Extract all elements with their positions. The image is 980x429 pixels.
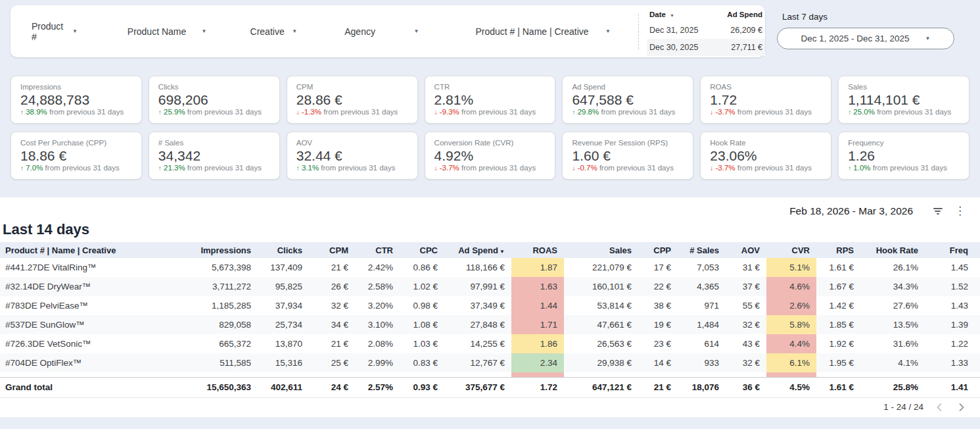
value-cell: 665,372 bbox=[166, 334, 258, 353]
value-cell: 19 € bbox=[638, 315, 678, 334]
metric-label: # Sales bbox=[158, 139, 270, 147]
scorecard: Conversion Rate (CVR) 4.92% ↓ -3.7% from… bbox=[425, 132, 556, 180]
column-header[interactable]: Ad Spend ▼ bbox=[444, 242, 511, 258]
sort-desc-icon: ▼ bbox=[498, 249, 505, 255]
column-header[interactable]: CPM bbox=[309, 242, 355, 258]
metric-value: 1,114,101 € bbox=[848, 91, 960, 108]
scorecard: Revenue Per Session (RPS) 1.60 € ↓ -0.7%… bbox=[562, 132, 693, 180]
value-cell: 32 € bbox=[726, 353, 766, 372]
value-cell: 3,711,272 bbox=[166, 277, 258, 296]
value-cell: 25,734 bbox=[258, 315, 309, 334]
metric-label: AOV bbox=[296, 139, 408, 147]
value-cell: 18,076 bbox=[678, 377, 726, 397]
product-cell: #726.3DE VetSonic™ bbox=[0, 334, 166, 353]
scorecard: CPM 28.86 € ↓ -1.3% from previous 31 day… bbox=[287, 76, 418, 124]
date-cell: Dec 31, 2025 bbox=[647, 26, 712, 35]
value-cell bbox=[309, 372, 355, 377]
value-cell bbox=[400, 372, 444, 377]
value-cell bbox=[726, 372, 766, 377]
value-cell: 22 € bbox=[638, 277, 678, 296]
metric-value: 647,588 € bbox=[572, 91, 684, 108]
value-cell: 160,101 € bbox=[564, 277, 638, 296]
delta-value: 29.8% bbox=[575, 108, 599, 116]
chevron-down-icon: ▼ bbox=[292, 28, 297, 34]
ad-spend-cell: 27,711 € bbox=[712, 43, 765, 52]
delta-value: -3.7% bbox=[438, 164, 459, 172]
value-cell: 97,991 € bbox=[444, 277, 511, 296]
value-cell bbox=[678, 372, 726, 377]
value-cell: 2.42% bbox=[355, 258, 400, 277]
value-cell bbox=[0, 372, 166, 377]
column-header[interactable]: Impressions bbox=[166, 242, 258, 258]
more-options-icon[interactable]: ⋮ bbox=[954, 207, 966, 216]
column-header[interactable]: Freq bbox=[925, 242, 980, 258]
column-header[interactable]: # Sales bbox=[678, 242, 726, 258]
metric-label: Conversion Rate (CVR) bbox=[434, 139, 546, 147]
delta-suffix: from previous 31 days bbox=[871, 164, 947, 172]
ad-spend-column-header[interactable]: Ad Spend bbox=[712, 11, 765, 18]
value-cell: 34 € bbox=[309, 315, 355, 334]
column-header[interactable]: ROAS bbox=[511, 242, 564, 258]
value-cell: 0.93 € bbox=[400, 377, 444, 397]
date-column-header[interactable]: Date ▼ bbox=[647, 11, 712, 18]
value-cell: 0.98 € bbox=[400, 296, 444, 315]
value-cell: 1.08 € bbox=[400, 315, 444, 334]
column-header[interactable]: CPC bbox=[400, 242, 444, 258]
value-cell: 21 € bbox=[309, 258, 355, 277]
value-cell: 1.44 bbox=[511, 296, 564, 315]
value-cell: 21 € bbox=[638, 377, 678, 397]
column-header[interactable]: Clicks bbox=[258, 242, 309, 258]
date-range-area: Last 7 days Dec 1, 2025 - Dec 31, 2025 ▼ bbox=[777, 12, 954, 49]
filter-dropdown-product-name[interactable]: Product Name ▼ bbox=[128, 26, 207, 37]
filter-dropdown-product-name-creative[interactable]: Product # | Name | Creative ▼ bbox=[475, 26, 611, 37]
value-cell bbox=[564, 372, 638, 377]
next-page-icon[interactable] bbox=[955, 401, 968, 414]
metric-value: 1.26 bbox=[848, 147, 960, 164]
scorecards: Impressions 24,888,783 ↑ 38.9% from prev… bbox=[11, 76, 969, 188]
value-cell: 118,166 € bbox=[444, 258, 511, 277]
value-cell: 647,121 € bbox=[564, 377, 638, 397]
value-cell bbox=[766, 372, 816, 377]
column-header[interactable]: Sales bbox=[564, 242, 638, 258]
value-cell: 1.03 € bbox=[400, 334, 444, 353]
column-header[interactable]: CVR bbox=[766, 242, 816, 258]
filter-dropdown-label: Product Name bbox=[128, 26, 186, 37]
value-cell: 1.87 bbox=[511, 258, 564, 277]
delta-value: -3.7% bbox=[713, 108, 735, 116]
value-cell: 2.99% bbox=[355, 353, 400, 372]
chevron-down-icon: ▼ bbox=[72, 28, 78, 34]
column-header[interactable]: AOV bbox=[726, 242, 766, 258]
column-header[interactable]: CTR bbox=[355, 242, 400, 258]
date-range-picker[interactable]: Dec 1, 2025 - Dec 31, 2025 ▼ bbox=[777, 28, 954, 49]
value-cell: 36 € bbox=[726, 377, 766, 397]
scorecard: ROAS 1.72 ↓ -3.7% from previous 31 days bbox=[700, 76, 831, 124]
metric-label: Revenue Per Session (RPS) bbox=[572, 139, 684, 147]
filter-dropdown-creative[interactable]: Creative ▼ bbox=[250, 26, 298, 37]
column-header[interactable]: RPS bbox=[816, 242, 860, 258]
value-cell: 1.39 bbox=[925, 315, 980, 334]
value-cell: 1.95 € bbox=[816, 353, 860, 372]
column-header[interactable]: CPP bbox=[638, 242, 678, 258]
value-cell: 1.85 € bbox=[816, 315, 860, 334]
performance-table: Product # | Name | CreativeImpressionsCl… bbox=[0, 242, 980, 398]
value-cell: 55 € bbox=[726, 296, 766, 315]
value-cell: 38 € bbox=[638, 296, 678, 315]
value-cell: 1.86 bbox=[511, 334, 564, 353]
previous-page-icon[interactable] bbox=[933, 401, 946, 414]
sort-desc-icon: ▼ bbox=[668, 13, 674, 18]
scorecard-row-2: Cost Per Purchase (CPP) 18.86 € ↑ 7.0% f… bbox=[11, 132, 969, 180]
date-range-preset-label: Last 7 days bbox=[782, 12, 954, 22]
column-header[interactable]: Hook Rate bbox=[860, 242, 925, 258]
product-cell: #32.14DE DryWear™ bbox=[0, 277, 166, 296]
chevron-down-icon: ▼ bbox=[925, 36, 931, 41]
value-cell: 1.33 bbox=[925, 353, 980, 372]
delta-suffix: from previous 31 days bbox=[459, 164, 536, 172]
value-cell: 3.20% bbox=[355, 296, 400, 315]
column-header[interactable]: Product # | Name | Creative bbox=[0, 242, 166, 258]
value-cell: 4.1% bbox=[860, 353, 925, 372]
metric-delta: ↑ 3.1% from previous 31 days bbox=[296, 164, 408, 172]
filter-dropdown-product-number[interactable]: Product # ▼ bbox=[32, 21, 78, 42]
metric-value: 698,206 bbox=[158, 91, 270, 108]
filter-icon[interactable] bbox=[933, 207, 943, 216]
filter-dropdown-agency[interactable]: Agency ▼ bbox=[344, 26, 419, 37]
